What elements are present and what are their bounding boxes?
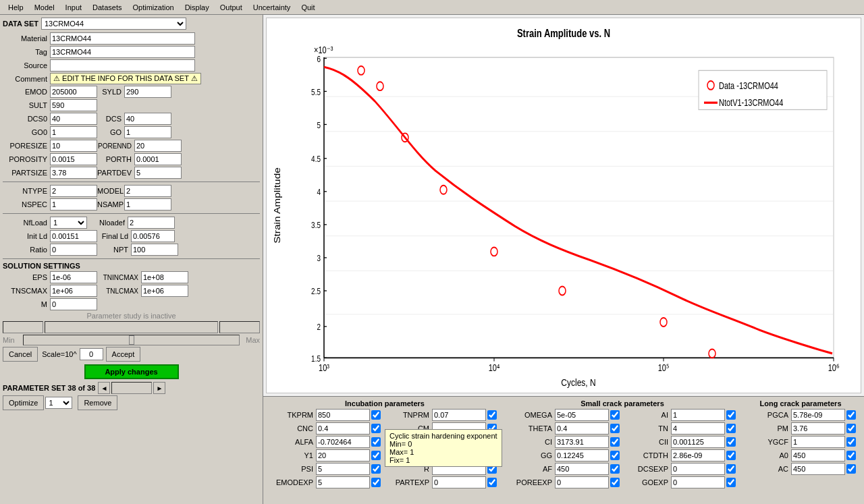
remove-button[interactable]: Remove <box>78 395 117 410</box>
alfa-check[interactable] <box>371 437 381 447</box>
gg-check[interactable] <box>610 451 620 460</box>
material-input[interactable] <box>50 32 195 45</box>
emodexp-check[interactable] <box>371 478 381 487</box>
omega-check[interactable] <box>610 410 620 420</box>
psi-input[interactable] <box>316 463 370 475</box>
pm-input[interactable] <box>791 422 845 435</box>
ac-input[interactable] <box>791 463 845 475</box>
ratio-input[interactable] <box>50 244 97 256</box>
tag-input[interactable] <box>50 46 195 58</box>
tn-check[interactable] <box>726 424 736 433</box>
pgca-check[interactable] <box>846 410 856 420</box>
ac-check[interactable] <box>846 464 856 474</box>
nsamp-input[interactable] <box>124 198 171 211</box>
slider-track[interactable] <box>45 321 218 333</box>
nloadef-input[interactable] <box>128 217 175 229</box>
gg-input[interactable] <box>555 449 609 461</box>
y1-check[interactable] <box>371 451 381 460</box>
menu-input[interactable]: Input <box>60 2 87 13</box>
cnc-check[interactable] <box>371 424 381 433</box>
poresize-input[interactable] <box>50 140 97 152</box>
cnc-input[interactable] <box>316 422 370 435</box>
dcsexp-input[interactable] <box>671 463 725 475</box>
ygcf-input[interactable] <box>791 436 845 448</box>
dcs0-input[interactable] <box>50 113 97 125</box>
scale-input[interactable] <box>80 348 103 360</box>
goexp-check[interactable] <box>726 478 736 487</box>
param-slider[interactable] <box>111 382 152 394</box>
npt-input[interactable] <box>131 244 178 256</box>
poreexp-check[interactable] <box>610 478 620 487</box>
af-input[interactable] <box>555 463 609 475</box>
initld-input[interactable] <box>50 230 97 242</box>
source-input[interactable] <box>50 59 195 72</box>
pgca-input[interactable] <box>791 409 845 421</box>
m-input[interactable] <box>50 298 97 310</box>
theta-input[interactable] <box>555 422 609 435</box>
slider-handle[interactable] <box>129 335 134 345</box>
goexp-input[interactable] <box>671 476 725 488</box>
theta-check[interactable] <box>610 424 620 433</box>
nspec-input[interactable] <box>50 198 97 211</box>
accept-button[interactable]: Accept <box>106 347 141 362</box>
psi-check[interactable] <box>371 464 381 474</box>
tkprm-input[interactable] <box>316 409 370 421</box>
optimize-select[interactable]: 1 <box>45 397 72 409</box>
optimize-button[interactable]: Optimize <box>3 395 44 410</box>
omega-input[interactable] <box>555 409 609 421</box>
menu-model[interactable]: Model <box>29 2 60 13</box>
apply-changes-button[interactable]: Apply changes <box>84 364 179 379</box>
partexp-check[interactable] <box>487 478 497 487</box>
emodexp-input[interactable] <box>316 476 370 488</box>
tkprm-check[interactable] <box>371 410 381 420</box>
a0-input[interactable] <box>791 449 845 461</box>
emod-input[interactable] <box>50 86 97 98</box>
tnincmax-input[interactable] <box>141 271 188 283</box>
go0-input[interactable] <box>50 126 97 138</box>
eps-input[interactable] <box>50 271 97 283</box>
tnscmax-input[interactable] <box>50 285 97 297</box>
partdev-input[interactable] <box>134 167 182 179</box>
cii-input[interactable] <box>671 436 725 448</box>
param-next-button[interactable]: ► <box>153 382 165 394</box>
ci-input[interactable] <box>555 436 609 448</box>
ai-input[interactable] <box>671 409 725 421</box>
menu-output[interactable]: Output <box>215 2 248 13</box>
partsize-input[interactable] <box>50 167 97 179</box>
menu-help[interactable]: Help <box>3 2 29 13</box>
cii-check[interactable] <box>726 437 736 447</box>
cancel-button[interactable]: Cancel <box>3 347 38 362</box>
porosity-input[interactable] <box>50 153 97 165</box>
dataset-select[interactable]: 13CRMO44 <box>41 18 186 30</box>
finalld-input[interactable] <box>131 230 175 242</box>
ctdth-input[interactable] <box>671 449 725 461</box>
menu-display[interactable]: Display <box>180 2 215 13</box>
a0-check[interactable] <box>846 451 856 460</box>
menu-uncertainty[interactable]: Uncertainty <box>248 2 296 13</box>
menu-quit[interactable]: Quit <box>296 2 320 13</box>
tnprm-check[interactable] <box>487 410 497 420</box>
menu-optimization[interactable]: Optimization <box>127 2 179 13</box>
dcsexp-check[interactable] <box>726 464 736 474</box>
menu-datasets[interactable]: Datasets <box>87 2 127 13</box>
dcs-input[interactable] <box>124 113 171 125</box>
ygcf-check[interactable] <box>846 437 856 447</box>
syld-input[interactable] <box>124 86 171 98</box>
tnlcmax-input[interactable] <box>141 285 188 297</box>
poreexp-input[interactable] <box>555 476 609 488</box>
ntype-input[interactable] <box>50 185 97 197</box>
ci-check[interactable] <box>610 437 620 447</box>
alfa-input[interactable] <box>316 436 370 448</box>
porennd-input[interactable] <box>134 140 182 152</box>
sult-input[interactable] <box>50 99 97 111</box>
y1-input[interactable] <box>316 449 370 461</box>
partexp-input[interactable] <box>432 476 486 488</box>
go-input[interactable] <box>124 126 171 138</box>
tnprm-input[interactable] <box>432 409 486 421</box>
model-input[interactable] <box>124 185 171 197</box>
ctdth-check[interactable] <box>726 451 736 460</box>
ai-check[interactable] <box>726 410 736 420</box>
tn-input[interactable] <box>671 422 725 435</box>
porth-input[interactable] <box>134 153 182 165</box>
af-check[interactable] <box>610 464 620 474</box>
